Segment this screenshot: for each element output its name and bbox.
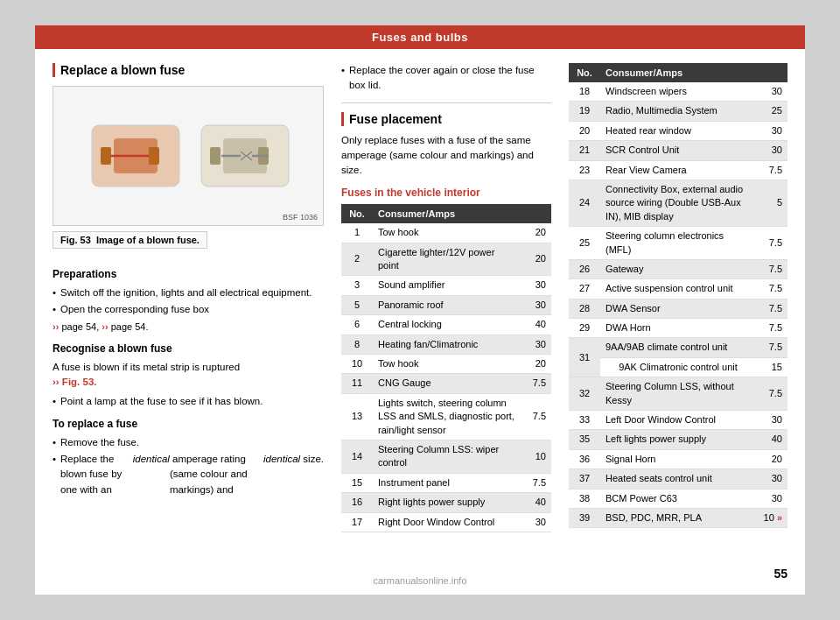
fig-caption: Fig. 53 Image of a blown fuse. (52, 231, 207, 249)
divider (341, 102, 551, 103)
cell-consumer: Steering column electronics (MFL) (600, 227, 756, 260)
cell-consumer: DWA Sensor (600, 299, 756, 318)
cell-consumer: Radio, Multimedia System (600, 102, 756, 121)
fuse-placement-title: Fuse placement (341, 112, 551, 126)
prep-bullet-2: Open the corresponding fuse box (52, 302, 324, 317)
cell-amps: 30 (756, 469, 788, 489)
cell-amps: 5 (756, 180, 788, 226)
bsf-code: BSF 1036 (283, 213, 318, 222)
cell-amps: 40 (520, 315, 551, 335)
cell-no: 36 (569, 449, 600, 469)
cell-consumer: Lights switch, steering column LSS and S… (373, 393, 520, 440)
replace-bullet-2: Replace the blown fuse by one with an id… (52, 452, 324, 497)
middle-column: Replace the cover again or close the fus… (341, 63, 551, 532)
replace-fuse-title: Replace a blown fuse (52, 63, 324, 77)
prep-bullet-1: Switch off the ignition, lights and all … (52, 285, 324, 300)
cell-amps: 20 (756, 449, 788, 469)
table-row: 26 Gateway 7.5 (569, 259, 788, 278)
cell-amps: 7.5 (756, 227, 788, 260)
svg-rect-3 (149, 147, 159, 165)
cell-no: 32 (569, 377, 600, 411)
table-row: 13 Lights switch, steering column LSS an… (341, 393, 551, 440)
cell-amps: 30 (756, 489, 788, 508)
cell-consumer: Right lights power supply (373, 493, 520, 512)
cell-consumer: Right Door Window Control (373, 512, 520, 532)
cell-consumer: Connectivity Box, external audio source … (600, 180, 756, 226)
table-row: 16 Right lights power supply 40 (341, 493, 551, 512)
cell-no: 31 (569, 338, 600, 377)
cell-no: 37 (569, 469, 600, 489)
recognise-title: Recognise a blown fuse (52, 342, 324, 355)
cell-amps: 40 (520, 493, 551, 512)
fuse-illustration (53, 87, 323, 225)
cell-consumer: Steering Column LSS: wiper control (373, 440, 520, 473)
cell-consumer: Active suspension control unit (600, 279, 756, 299)
cell-amps: 7.5 (756, 299, 788, 318)
cell-no: 35 (569, 430, 600, 449)
cell-amps: 40 (756, 430, 788, 449)
cell-amps: 7.5 (756, 319, 788, 338)
cell-amps: 7.5 (756, 377, 788, 411)
right-table-body: 18 Windscreen wipers 30 19 Radio, Multim… (569, 82, 788, 528)
cell-no: 16 (341, 493, 373, 512)
cell-consumer: Central locking (373, 315, 520, 335)
cell-amps: 30 (520, 512, 551, 532)
table-row: 20 Heated rear window 30 (569, 121, 788, 140)
table-row: 21 SCR Control Unit 30 (569, 141, 788, 160)
table-row: 17 Right Door Window Control 30 (341, 512, 551, 532)
cell-amps: 7.5 (520, 393, 551, 440)
cell-no: 39 (569, 508, 600, 527)
cell-consumer: Sound amplifier (373, 276, 520, 295)
cell-no: 38 (569, 489, 600, 508)
cell-consumer: 9AK Climatronic control unit (600, 357, 756, 377)
cell-no: 28 (569, 299, 600, 318)
cell-consumer: Signal Horn (600, 449, 756, 469)
cell-consumer: Panoramic roof (373, 295, 520, 314)
table-row: 8 Heating fan/Climatronic 30 (341, 335, 551, 354)
cell-consumer: Windscreen wipers (600, 82, 756, 102)
table-row: 1 Tow hook 20 (341, 223, 551, 243)
cell-no: 2 (341, 243, 373, 276)
cell-consumer: Heated rear window (600, 121, 756, 140)
cell-amps: 7.5 (520, 473, 551, 492)
table-row: 39 BSD, PDC, MRR, PLA 10 » (569, 508, 788, 527)
cell-consumer: DWA Horn (600, 319, 756, 338)
cell-no: 25 (569, 227, 600, 260)
cell-amps: 30 (756, 411, 788, 430)
table-row: 29 DWA Horn 7.5 (569, 319, 788, 338)
cell-no: 11 (341, 374, 373, 393)
cell-no: 17 (341, 512, 373, 532)
watermark: carmanualsonline.info (373, 575, 466, 586)
cell-amps: 7.5 (756, 259, 788, 278)
page-header: Fuses and bulbs (35, 25, 805, 49)
page-title: Fuses and bulbs (372, 31, 468, 44)
cell-amps: 10 (520, 440, 551, 473)
page-number: 55 (774, 567, 788, 581)
table-row: 9AK Climatronic control unit 15 (569, 357, 788, 377)
table-row: 24 Connectivity Box, external audio sour… (569, 180, 788, 226)
prep-ref: ›› page 54, ›› page 54. (52, 320, 324, 335)
cell-no: 1 (341, 223, 373, 243)
cell-amps: 30 (520, 335, 551, 354)
cell-no: 10 (341, 354, 373, 373)
cell-no: 23 (569, 160, 600, 180)
cell-no: 18 (569, 82, 600, 102)
right-col-amps-header (756, 63, 788, 82)
table-row: 14 Steering Column LSS: wiper control 10 (341, 440, 551, 473)
table-row: 36 Signal Horn 20 (569, 449, 788, 469)
fuse-image-box: BSF 1036 (52, 86, 324, 226)
table-row: 3 Sound amplifier 30 (341, 276, 551, 295)
cell-no: 3 (341, 276, 373, 295)
cell-no: 29 (569, 319, 600, 338)
cell-amps: 7.5 (520, 374, 551, 393)
table-row: 18 Windscreen wipers 30 (569, 82, 788, 102)
table-row: 23 Rear View Camera 7.5 (569, 160, 788, 180)
cell-amps: 30 (756, 141, 788, 160)
interior-fuse-table: No. Consumer/Amps 1 Tow hook 20 2 Cigare… (341, 204, 551, 532)
col-amps-header (520, 204, 551, 223)
col-consumer-header: Consumer/Amps (373, 204, 520, 223)
cell-no: 14 (341, 440, 373, 473)
table-row: 27 Active suspension control unit 7.5 (569, 279, 788, 299)
right-col-consumer-header: Consumer/Amps (600, 63, 756, 82)
cell-consumer: Left Door Window Control (600, 411, 756, 430)
